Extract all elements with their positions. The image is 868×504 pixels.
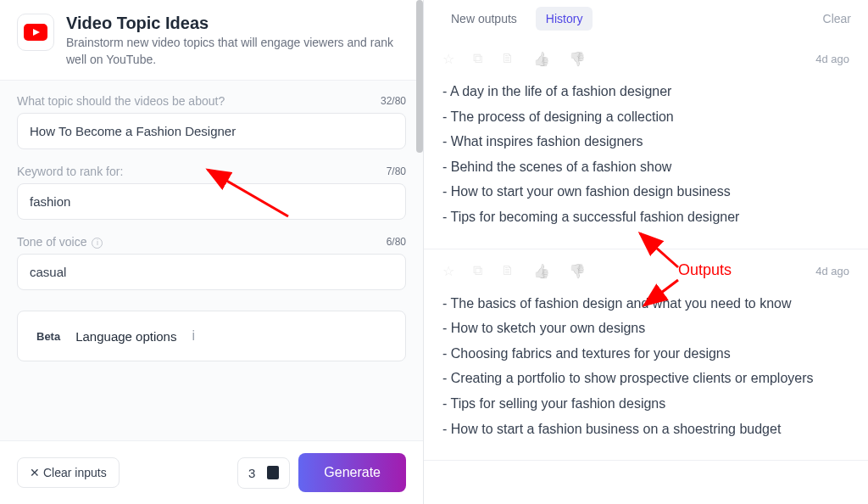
form-area: What topic should the videos be about? 3…	[0, 81, 423, 440]
topic-label: What topic should the videos be about?	[17, 94, 225, 108]
star-icon[interactable]: ☆	[442, 263, 454, 279]
language-options-box[interactable]: Beta Language options i	[17, 311, 406, 361]
thumbs-up-icon[interactable]: 👍	[533, 51, 550, 67]
generate-button[interactable]: Generate	[298, 453, 406, 492]
list-item: Behind the scenes of a fashion show	[442, 154, 849, 180]
quantity-stepper[interactable]: 3	[237, 457, 290, 489]
time-ago: 4d ago	[815, 53, 849, 65]
tone-count: 6/80	[387, 236, 406, 248]
output-list: The basics of fashion design and what yo…	[442, 291, 849, 442]
list-item: Creating a portfolio to show prospective…	[442, 366, 849, 391]
list-item: The basics of fashion design and what yo…	[442, 291, 849, 316]
list-item: What inspires fashion designers	[442, 129, 849, 154]
star-icon[interactable]: ☆	[442, 51, 454, 67]
output-list: A day in the life of a fashion designerT…	[442, 79, 849, 230]
footer-bar: ✕ Clear inputs 3 Generate	[0, 440, 423, 504]
list-item: A day in the life of a fashion designer	[442, 79, 849, 104]
topic-input[interactable]	[17, 113, 406, 149]
page-title: Video Topic Ideas	[66, 14, 406, 33]
keyword-count: 7/80	[387, 165, 406, 177]
output-card[interactable]: ☆⧉🗎👍👎4d agoA day in the life of a fashio…	[424, 37, 868, 249]
output-panel: New outputs History Clear ☆⧉🗎👍👎4d agoA d…	[424, 0, 868, 504]
copy-icon[interactable]: ⧉	[473, 51, 482, 67]
quantity-value: 3	[248, 466, 255, 480]
topic-count: 32/80	[381, 95, 406, 107]
clear-inputs-button[interactable]: ✕ Clear inputs	[17, 457, 120, 488]
doc-icon[interactable]: 🗎	[501, 263, 515, 279]
info-icon[interactable]: i	[192, 328, 195, 344]
list-item: How to start a fashion business on a sho…	[442, 417, 849, 442]
language-options-label: Language options	[75, 329, 176, 344]
thumbs-down-icon[interactable]: 👎	[569, 51, 586, 67]
tab-history[interactable]: History	[536, 7, 593, 31]
thumbs-down-icon[interactable]: 👎	[569, 263, 586, 279]
tone-label: Tone of voice i	[17, 235, 103, 249]
copy-icon[interactable]: ⧉	[473, 263, 482, 279]
list-item: How to sketch your own designs	[442, 316, 849, 341]
list-item: The process of designing a collection	[442, 104, 849, 130]
youtube-icon	[17, 14, 54, 51]
output-card[interactable]: ☆⧉🗎👍👎4d agoThe basics of fashion design …	[424, 249, 868, 462]
tab-new-outputs[interactable]: New outputs	[441, 7, 527, 31]
thumbs-up-icon[interactable]: 👍	[533, 263, 550, 279]
list-item: Tips for becoming a successful fashion d…	[442, 204, 849, 230]
scrollbar[interactable]	[416, 0, 423, 153]
keyword-input[interactable]	[17, 183, 406, 220]
clear-inputs-label: Clear inputs	[43, 466, 107, 479]
clear-outputs-link[interactable]: Clear	[823, 12, 851, 25]
page-subtitle: Brainstorm new video topics that will en…	[66, 35, 406, 68]
doc-icon[interactable]: 🗎	[501, 51, 515, 67]
list-item: Choosing fabrics and textures for your d…	[442, 341, 849, 367]
beta-badge: Beta	[36, 330, 60, 343]
input-panel: Video Topic Ideas Brainstorm new video t…	[0, 0, 424, 504]
info-icon[interactable]: i	[92, 238, 103, 249]
tone-input[interactable]	[17, 254, 406, 290]
stepper-icon[interactable]	[267, 466, 279, 479]
close-icon: ✕	[30, 466, 40, 479]
tabs-row: New outputs History Clear	[424, 0, 868, 37]
template-header: Video Topic Ideas Brainstorm new video t…	[0, 0, 423, 81]
list-item: How to start your own fashion design bus…	[442, 179, 849, 204]
list-item: Tips for selling your fashion designs	[442, 391, 849, 417]
time-ago: 4d ago	[815, 265, 849, 277]
annotation-outputs: Outputs	[678, 261, 732, 279]
keyword-label: Keyword to rank for:	[17, 165, 123, 178]
